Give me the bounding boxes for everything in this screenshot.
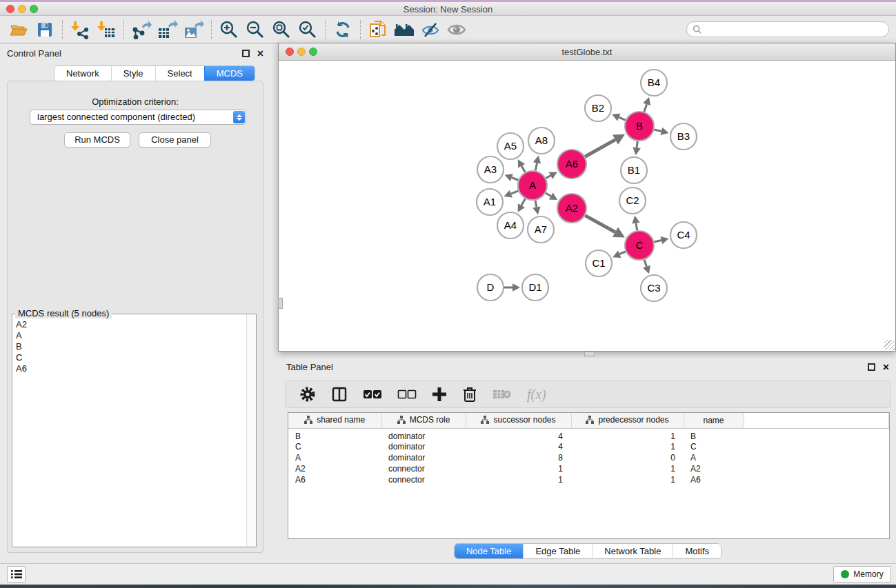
graph-edge-arrowhead bbox=[633, 148, 640, 156]
hide-panels-button[interactable] bbox=[417, 19, 444, 41]
close-panel-button[interactable]: Close panel bbox=[139, 132, 211, 148]
function-builder-icon[interactable]: f(x) bbox=[527, 387, 546, 403]
graph-edge-A-A2[interactable] bbox=[546, 193, 551, 196]
mcds-result-list[interactable]: A2ABCA6 bbox=[13, 316, 246, 546]
save-session-button[interactable] bbox=[32, 19, 58, 41]
zoom-selected-button[interactable] bbox=[295, 19, 321, 41]
column-header-name[interactable]: name bbox=[684, 413, 744, 428]
home-button[interactable] bbox=[391, 19, 417, 41]
open-session-button[interactable] bbox=[6, 19, 32, 41]
graph-edge-C-C3[interactable] bbox=[644, 260, 646, 267]
network-graph: B4B2BB3A8A5A6A3B1AC2A1A2A4A7C4CC1DD1C3 bbox=[279, 61, 895, 351]
show-column-icon[interactable] bbox=[331, 386, 348, 403]
memory-button[interactable]: Memory bbox=[833, 566, 891, 582]
network-window-titlebar[interactable]: testGlobe.txt bbox=[279, 43, 895, 61]
graph-edge-A-A8[interactable] bbox=[535, 163, 537, 170]
graph-edge-A-A3[interactable] bbox=[512, 178, 519, 181]
table-row[interactable]: Cdominator 41 C bbox=[288, 441, 889, 452]
mcds-result-item[interactable]: B bbox=[16, 341, 246, 352]
graph-node-label: B4 bbox=[648, 77, 660, 88]
zoom-in-button[interactable] bbox=[216, 19, 242, 41]
mcds-result-item[interactable]: A2 bbox=[16, 319, 246, 330]
tab-style[interactable]: Style bbox=[111, 66, 155, 81]
mcds-result-item[interactable]: C bbox=[16, 352, 246, 363]
search-input[interactable] bbox=[705, 25, 888, 34]
select-all-icon[interactable] bbox=[363, 388, 382, 401]
table-row[interactable]: A6connector 11 A6 bbox=[288, 474, 889, 485]
graph-edge-A-A1[interactable] bbox=[511, 191, 519, 194]
delete-column-trash-icon[interactable] bbox=[462, 386, 477, 403]
import-table-button[interactable] bbox=[93, 19, 119, 41]
clone-network-button[interactable] bbox=[365, 19, 391, 41]
graph-edge-A-A4[interactable] bbox=[521, 199, 525, 205]
graph-edge-C-C1[interactable] bbox=[619, 252, 626, 254]
desktop-wallpaper-edge bbox=[0, 585, 896, 588]
delete-table-icon[interactable] bbox=[492, 387, 512, 401]
column-header-predecessor-nodes[interactable]: predecessor nodes bbox=[571, 413, 684, 428]
import-table-icon bbox=[97, 20, 116, 39]
graph-edge-A6-B[interactable] bbox=[585, 140, 615, 157]
tab-node-table[interactable]: Node Table bbox=[455, 544, 524, 558]
graph-edge-C-C4[interactable] bbox=[654, 241, 661, 242]
graph-edge-A-A6[interactable] bbox=[546, 176, 550, 179]
column-header-successor-nodes[interactable]: successor nodes bbox=[466, 413, 571, 428]
zoom-out-button[interactable] bbox=[242, 19, 268, 41]
search-field[interactable] bbox=[686, 21, 889, 37]
criterion-select[interactable]: largest connected component (directed) bbox=[30, 110, 246, 125]
graph-node-label: B2 bbox=[592, 102, 604, 114]
export-table-button[interactable] bbox=[155, 19, 181, 41]
mcds-result-item[interactable]: A bbox=[16, 330, 246, 341]
deselect-all-icon[interactable] bbox=[397, 388, 417, 401]
graph-edge-A-A7[interactable] bbox=[535, 201, 537, 207]
splitter-handle-left[interactable] bbox=[278, 298, 283, 309]
graph-edge-B-B3[interactable] bbox=[654, 130, 661, 131]
tab-edge-table[interactable]: Edge Table bbox=[523, 544, 592, 558]
graph-edge-B-B4[interactable] bbox=[644, 104, 647, 112]
tab-mcds[interactable]: MCDS bbox=[204, 66, 255, 81]
close-panel-icon[interactable]: × bbox=[257, 47, 263, 61]
tab-network[interactable]: Network bbox=[54, 66, 111, 81]
network-canvas[interactable]: B4B2BB3A8A5A6A3B1AC2A1A2A4A7C4CC1DD1C3 bbox=[279, 61, 895, 351]
tab-network-table[interactable]: Network Table bbox=[592, 544, 673, 558]
table-row[interactable]: A2connector 11 A2 bbox=[288, 463, 889, 474]
export-network-button[interactable] bbox=[128, 19, 155, 41]
task-history-button[interactable] bbox=[7, 566, 26, 582]
run-mcds-button[interactable]: Run MCDS bbox=[64, 132, 130, 148]
graph-node-label: A7 bbox=[535, 223, 547, 235]
result-scrollbar[interactable] bbox=[246, 314, 256, 547]
mcds-result-item[interactable]: A6 bbox=[16, 363, 246, 374]
save-disk-icon bbox=[36, 21, 54, 39]
window-resize-grip[interactable] bbox=[884, 340, 895, 350]
close-table-panel-icon[interactable]: × bbox=[883, 361, 889, 374]
zoom-fit-button[interactable] bbox=[268, 19, 295, 41]
table-row[interactable]: Bdominator 41 B bbox=[288, 428, 889, 441]
eye-icon bbox=[446, 21, 467, 38]
import-network-button[interactable] bbox=[67, 19, 93, 41]
toolbar-separator bbox=[325, 20, 326, 39]
table-header-row: shared name MCDS role successor nodes pr… bbox=[288, 413, 889, 428]
refresh-button[interactable] bbox=[330, 19, 356, 41]
splitter-handle-bottom[interactable] bbox=[584, 352, 595, 356]
tab-select[interactable]: Select bbox=[155, 66, 204, 81]
graph-node-label: D bbox=[487, 281, 495, 293]
graph-edge-A2-C[interactable] bbox=[585, 216, 615, 232]
export-network-icon bbox=[131, 20, 152, 39]
float-table-panel-icon[interactable] bbox=[868, 363, 875, 371]
graph-edge-C-C2[interactable] bbox=[636, 223, 637, 231]
graph-node-label: B bbox=[636, 120, 643, 132]
float-panel-icon[interactable] bbox=[242, 50, 250, 57]
table-settings-gear-icon[interactable] bbox=[299, 386, 316, 403]
add-column-icon[interactable] bbox=[432, 387, 447, 402]
show-graphics-button[interactable] bbox=[444, 19, 470, 41]
column-tree-icon bbox=[586, 416, 594, 424]
graph-node-label: C bbox=[636, 239, 644, 251]
column-header-shared-name[interactable]: shared name bbox=[288, 413, 381, 428]
graph-node-label: A5 bbox=[504, 140, 517, 152]
column-header-mcds-role[interactable]: MCDS role bbox=[381, 413, 466, 428]
graph-edge-B-B1[interactable] bbox=[637, 141, 637, 148]
graph-edge-B-B2[interactable] bbox=[619, 117, 626, 120]
graph-edge-A-A5[interactable] bbox=[521, 166, 525, 172]
export-image-button[interactable] bbox=[181, 19, 207, 41]
tab-motifs[interactable]: Motifs bbox=[673, 544, 721, 558]
table-row[interactable]: Adominator 80 A bbox=[288, 452, 889, 463]
